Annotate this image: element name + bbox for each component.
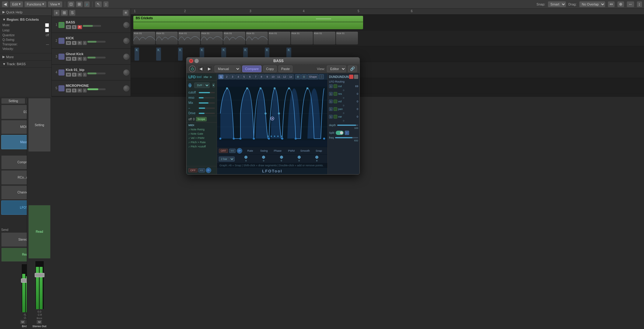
- off-toggle-btn[interactable]: OFF: [188, 168, 198, 172]
- track-collapse-btn[interactable]: ≡: [123, 10, 129, 16]
- track-fader-5[interactable]: [87, 88, 106, 90]
- track-fader-2[interactable]: [87, 41, 106, 43]
- view-menu-btn[interactable]: View ▾: [48, 1, 63, 7]
- pwm-knob[interactable]: [280, 156, 283, 159]
- lfo-tab-8[interactable]: 8: [259, 74, 264, 79]
- mute-btn-3[interactable]: M: [66, 57, 71, 61]
- plugin-link-btn[interactable]: 🔗: [348, 65, 357, 72]
- routing-lock-2[interactable]: [334, 92, 337, 96]
- lfo-settings-btn[interactable]: ⋮: [319, 74, 324, 79]
- routing-lock-3[interactable]: [334, 100, 337, 103]
- filter-power-btn[interactable]: ⏻: [188, 83, 191, 87]
- lfo-tab-7[interactable]: 7: [253, 74, 258, 79]
- plugin-compare-btn[interactable]: Compare: [242, 65, 261, 72]
- lfo-tab-3[interactable]: 3: [230, 74, 235, 79]
- lfo-tab-2[interactable]: 2: [224, 74, 229, 79]
- plugin-close-btn[interactable]: ✕: [189, 59, 193, 63]
- expand-btn[interactable]: ↔: [627, 1, 634, 7]
- bs-crickets-clip[interactable]: BS Crickets: [133, 16, 363, 29]
- track-fader-3[interactable]: [87, 57, 106, 58]
- track-knob-3[interactable]: [123, 54, 129, 60]
- freq-slider[interactable]: [335, 137, 358, 138]
- depth-slider[interactable]: [337, 125, 358, 126]
- plugin-preset-select[interactable]: Manual: [215, 65, 240, 72]
- stereo-read-btn[interactable]: Read: [28, 205, 51, 259]
- loop-checkbox[interactable]: [45, 28, 49, 32]
- lfo-tab-12[interactable]: 12: [282, 74, 287, 79]
- lfo-tab-11[interactable]: 11: [276, 74, 282, 79]
- kick-clip[interactable]: Kick 01: [156, 32, 178, 44]
- lfo-ctl-2[interactable]: <<: [198, 168, 205, 172]
- lfo-tab-copy-btn[interactable]: ⊞: [295, 74, 301, 79]
- track-knob-2[interactable]: [123, 38, 129, 44]
- stereo-m-btn[interactable]: M: [37, 320, 42, 324]
- i-btn-5[interactable]: I: [83, 88, 87, 93]
- arrow-btn[interactable]: ↕: [103, 1, 109, 7]
- solo-btn-2[interactable]: S: [72, 41, 77, 45]
- track-knob-5[interactable]: [123, 85, 129, 91]
- i-btn-3[interactable]: I: [83, 57, 87, 61]
- swing-knob[interactable]: [244, 156, 247, 159]
- split-btn[interactable]: ≡: [345, 131, 349, 135]
- loop-btn[interactable]: ⊡: [68, 1, 75, 7]
- expand-v-btn[interactable]: ↕: [637, 1, 642, 7]
- drive-slider[interactable]: [199, 113, 215, 114]
- device-close-btn[interactable]: [349, 75, 353, 79]
- stereo-fader-handle[interactable]: [35, 273, 44, 277]
- solo-btn-1[interactable]: S: [72, 25, 77, 30]
- solo-btn-3[interactable]: S: [72, 57, 77, 61]
- rate-select[interactable]: 2 bar: [219, 157, 235, 161]
- mute-btn-1[interactable]: M: [66, 25, 71, 30]
- kick-clip[interactable]: Kick 01: [336, 32, 358, 44]
- pointer-btn[interactable]: ↖: [95, 1, 102, 7]
- functions-menu-btn[interactable]: Functions ▾: [24, 1, 47, 7]
- plugin-minimize-btn[interactable]: [194, 59, 199, 63]
- kick-clip[interactable]: Kick 01: [268, 32, 290, 44]
- smooth-knob[interactable]: [298, 156, 301, 159]
- edit-menu-btn[interactable]: Edit ▾: [10, 1, 23, 7]
- track-options-btn[interactable]: ⊞: [61, 10, 68, 16]
- lfo-sync-btn[interactable]: ⟳: [206, 168, 211, 173]
- i-btn-2[interactable]: I: [83, 41, 87, 45]
- filter-options-btn[interactable]: ▾: [212, 83, 215, 87]
- drag-select[interactable]: No Overlap: [579, 1, 605, 7]
- scope-btn[interactable]: Scope: [196, 117, 207, 121]
- reso-slider[interactable]: [199, 97, 215, 98]
- record-btn-1[interactable]: R: [77, 25, 82, 30]
- lfo-tab-10[interactable]: 10: [270, 74, 276, 79]
- i-btn-4[interactable]: I: [83, 73, 87, 77]
- snap-knob[interactable]: [315, 156, 318, 159]
- rec-btn-5[interactable]: R: [77, 88, 82, 93]
- lfo-tab-1[interactable]: 1: [218, 74, 224, 79]
- lfo-tab-5[interactable]: 5: [241, 74, 247, 79]
- lfo-sync-btn2[interactable]: ⟳: [237, 148, 242, 154]
- setting-btn-1[interactable]: Setting: [1, 98, 25, 104]
- phase-knob[interactable]: [262, 156, 265, 159]
- instrument-btn[interactable]: ♪: [84, 1, 90, 7]
- bass-m-btn[interactable]: M: [20, 320, 26, 324]
- lfo-graph[interactable]: [217, 80, 327, 147]
- routing-lock-1[interactable]: [334, 84, 337, 88]
- more-section[interactable]: ▶ More: [0, 53, 51, 61]
- plugin-next-btn[interactable]: ▶: [206, 66, 213, 72]
- plugin-copy-btn[interactable]: Copy: [263, 65, 277, 72]
- kick-clip[interactable]: Kick 01: [223, 32, 245, 44]
- track-view-btn[interactable]: S: [69, 10, 75, 16]
- drag-icon-btn[interactable]: ⇔: [608, 1, 615, 7]
- filter-type-select[interactable]: SVF LP: [194, 83, 210, 88]
- plugin-editor-select[interactable]: Editor: [327, 65, 346, 72]
- lfo-off-btn[interactable]: OFF: [219, 149, 228, 153]
- add-track-btn[interactable]: +: [54, 10, 60, 16]
- rec-btn-2[interactable]: R: [77, 41, 82, 45]
- rec-btn-3[interactable]: R: [77, 57, 82, 61]
- kick-clip[interactable]: Kick 01: [178, 32, 200, 44]
- mute-btn-4[interactable]: M: [66, 73, 71, 77]
- lfo-arrows-btn[interactable]: <<: [229, 149, 236, 153]
- snap-select[interactable]: Smart: [548, 1, 566, 7]
- mute-btn-2[interactable]: M: [66, 41, 71, 45]
- plugin-prev-btn[interactable]: ◀: [198, 66, 204, 72]
- split-toggle[interactable]: [336, 131, 344, 135]
- cutoff-slider[interactable]: [199, 92, 215, 93]
- lfo-tab-6[interactable]: 6: [247, 74, 253, 79]
- track-knob-1[interactable]: [123, 22, 129, 28]
